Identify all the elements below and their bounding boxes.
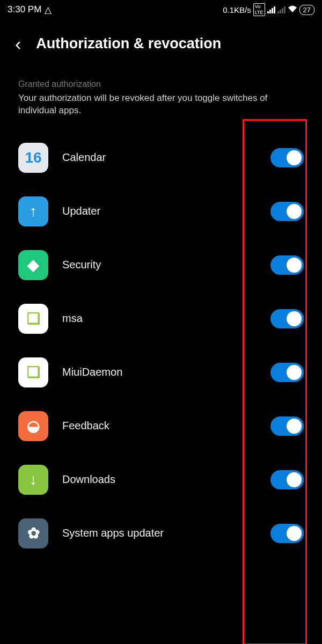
toggle-switch[interactable]	[270, 309, 304, 328]
toggle-switch[interactable]	[270, 148, 304, 167]
page-header: ‹ Authorization & revocation	[0, 19, 322, 62]
volte-icon: VoLTE	[253, 3, 265, 16]
downloads-icon: ↓	[18, 465, 48, 495]
signal-icon-sim2	[277, 6, 286, 13]
toggle-switch[interactable]	[270, 255, 304, 275]
toggle-switch[interactable]	[270, 470, 304, 489]
page-title: Authorization & revocation	[36, 35, 221, 52]
section-description: Your authorization will be revoked after…	[18, 92, 304, 117]
feedback-icon: ◒	[18, 411, 48, 441]
section-label: Granted authorization	[18, 79, 304, 89]
wifi-icon	[288, 5, 297, 14]
list-item[interactable]: ✿ System apps updater	[0, 507, 322, 560]
triangle-icon: △	[45, 4, 52, 16]
msa-icon: ❏	[18, 304, 48, 334]
app-label: MiuiDaemon	[62, 366, 257, 378]
back-icon[interactable]: ‹	[15, 34, 21, 53]
app-label: Calendar	[62, 151, 257, 164]
app-label: System apps updater	[62, 527, 257, 539]
app-label: Feedback	[62, 420, 257, 432]
status-time: 3:30 PM	[8, 4, 41, 15]
list-item[interactable]: 16 Calendar	[0, 131, 322, 185]
security-icon: ◆	[18, 250, 48, 280]
app-label: Security	[62, 259, 257, 271]
toggle-switch[interactable]	[270, 524, 304, 543]
list-item[interactable]: ◆ Security	[0, 238, 322, 292]
app-list: 16 Calendar ↑ Updater ◆ Security ❏ msa ❏…	[0, 121, 322, 560]
miuidaemon-icon: ❏	[18, 357, 48, 387]
calendar-icon: 16	[18, 143, 48, 173]
app-label: Downloads	[62, 473, 257, 486]
system-apps-updater-icon: ✿	[18, 518, 48, 548]
section-header: Granted authorization Your authorization…	[0, 62, 322, 121]
signal-icon	[267, 6, 275, 13]
list-item[interactable]: ◒ Feedback	[0, 399, 322, 453]
status-datarate: 0.1KB/s	[223, 5, 251, 14]
list-item[interactable]: ❏ MiuiDaemon	[0, 346, 322, 399]
list-item[interactable]: ↑ Updater	[0, 185, 322, 238]
app-label: Updater	[62, 205, 257, 217]
status-bar: 3:30 PM △ 0.1KB/s VoLTE 27	[0, 0, 322, 19]
toggle-switch[interactable]	[270, 416, 304, 436]
battery-icon: 27	[299, 5, 314, 15]
list-item[interactable]: ↓ Downloads	[0, 453, 322, 507]
updater-icon: ↑	[18, 196, 48, 226]
app-label: msa	[62, 312, 257, 325]
list-item[interactable]: ❏ msa	[0, 292, 322, 346]
toggle-switch[interactable]	[270, 202, 304, 221]
toggle-switch[interactable]	[270, 363, 304, 382]
